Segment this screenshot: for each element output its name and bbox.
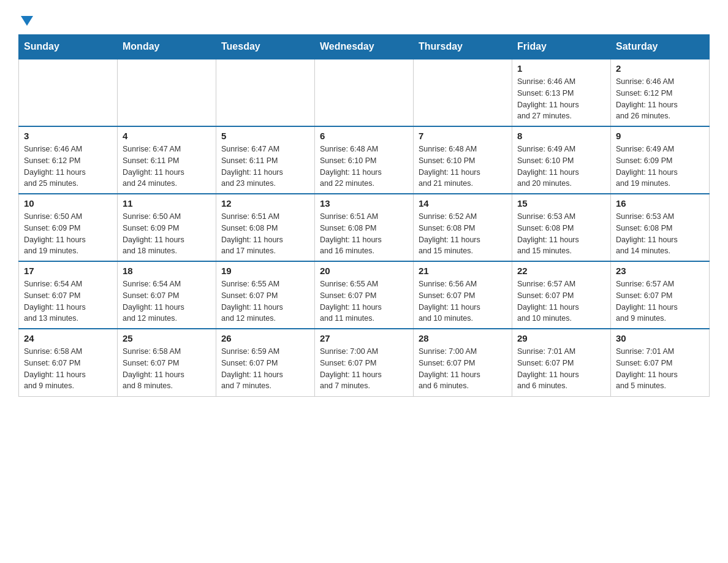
day-number: 6 <box>320 131 408 141</box>
day-number: 25 <box>123 333 211 343</box>
day-info: Sunrise: 6:58 AM Sunset: 6:07 PM Dayligh… <box>24 347 86 390</box>
day-info: Sunrise: 6:55 AM Sunset: 6:07 PM Dayligh… <box>221 280 283 323</box>
table-row: 19Sunrise: 6:55 AM Sunset: 6:07 PM Dayli… <box>216 261 315 329</box>
day-number: 5 <box>221 131 309 141</box>
day-info: Sunrise: 6:51 AM Sunset: 6:08 PM Dayligh… <box>320 212 382 255</box>
day-number: 20 <box>320 266 408 276</box>
calendar-week-row: 17Sunrise: 6:54 AM Sunset: 6:07 PM Dayli… <box>19 261 710 329</box>
day-number: 28 <box>419 333 507 343</box>
calendar-header-row: Sunday Monday Tuesday Wednesday Thursday… <box>19 35 710 59</box>
day-info: Sunrise: 6:54 AM Sunset: 6:07 PM Dayligh… <box>24 280 86 323</box>
day-info: Sunrise: 6:49 AM Sunset: 6:09 PM Dayligh… <box>616 145 678 188</box>
day-info: Sunrise: 6:53 AM Sunset: 6:08 PM Dayligh… <box>517 212 579 255</box>
day-number: 3 <box>24 131 112 141</box>
calendar-week-row: 1Sunrise: 6:46 AM Sunset: 6:13 PM Daylig… <box>19 59 710 126</box>
table-row: 14Sunrise: 6:52 AM Sunset: 6:08 PM Dayli… <box>414 194 512 261</box>
day-info: Sunrise: 6:57 AM Sunset: 6:07 PM Dayligh… <box>517 280 579 323</box>
day-number: 26 <box>221 333 309 343</box>
day-info: Sunrise: 7:00 AM Sunset: 6:07 PM Dayligh… <box>419 347 480 390</box>
table-row <box>414 59 512 126</box>
table-row <box>19 59 118 126</box>
day-info: Sunrise: 7:00 AM Sunset: 6:07 PM Dayligh… <box>320 347 382 390</box>
day-info: Sunrise: 6:46 AM Sunset: 6:12 PM Dayligh… <box>24 145 86 188</box>
day-info: Sunrise: 7:01 AM Sunset: 6:07 PM Dayligh… <box>517 347 579 390</box>
day-info: Sunrise: 6:57 AM Sunset: 6:07 PM Dayligh… <box>616 280 678 323</box>
day-number: 4 <box>123 131 211 141</box>
table-row: 30Sunrise: 7:01 AM Sunset: 6:07 PM Dayli… <box>611 329 710 396</box>
day-number: 15 <box>517 198 605 209</box>
day-number: 24 <box>24 333 112 343</box>
day-number: 18 <box>123 266 211 276</box>
day-info: Sunrise: 7:01 AM Sunset: 6:07 PM Dayligh… <box>616 347 678 390</box>
day-number: 21 <box>419 266 507 276</box>
day-info: Sunrise: 6:46 AM Sunset: 6:12 PM Dayligh… <box>616 77 678 120</box>
table-row: 16Sunrise: 6:53 AM Sunset: 6:08 PM Dayli… <box>611 194 710 261</box>
table-row: 20Sunrise: 6:55 AM Sunset: 6:07 PM Dayli… <box>315 261 414 329</box>
table-row: 28Sunrise: 7:00 AM Sunset: 6:07 PM Dayli… <box>414 329 512 396</box>
table-row: 29Sunrise: 7:01 AM Sunset: 6:07 PM Dayli… <box>512 329 611 396</box>
table-row: 2Sunrise: 6:46 AM Sunset: 6:12 PM Daylig… <box>611 59 710 126</box>
day-info: Sunrise: 6:50 AM Sunset: 6:09 PM Dayligh… <box>123 212 184 255</box>
table-row: 27Sunrise: 7:00 AM Sunset: 6:07 PM Dayli… <box>315 329 414 396</box>
table-row: 7Sunrise: 6:48 AM Sunset: 6:10 PM Daylig… <box>414 126 512 194</box>
table-row: 26Sunrise: 6:59 AM Sunset: 6:07 PM Dayli… <box>216 329 315 396</box>
day-number: 22 <box>517 266 605 276</box>
table-row: 12Sunrise: 6:51 AM Sunset: 6:08 PM Dayli… <box>216 194 315 261</box>
table-row: 3Sunrise: 6:46 AM Sunset: 6:12 PM Daylig… <box>19 126 118 194</box>
table-row: 9Sunrise: 6:49 AM Sunset: 6:09 PM Daylig… <box>611 126 710 194</box>
day-info: Sunrise: 6:56 AM Sunset: 6:07 PM Dayligh… <box>419 280 480 323</box>
day-info: Sunrise: 6:59 AM Sunset: 6:07 PM Dayligh… <box>221 347 283 390</box>
table-row: 13Sunrise: 6:51 AM Sunset: 6:08 PM Dayli… <box>315 194 414 261</box>
logo <box>18 12 33 26</box>
day-number: 13 <box>320 198 408 209</box>
table-row: 17Sunrise: 6:54 AM Sunset: 6:07 PM Dayli… <box>19 261 118 329</box>
day-info: Sunrise: 6:52 AM Sunset: 6:08 PM Dayligh… <box>419 212 480 255</box>
table-row: 25Sunrise: 6:58 AM Sunset: 6:07 PM Dayli… <box>118 329 216 396</box>
col-thursday: Thursday <box>414 35 512 59</box>
col-tuesday: Tuesday <box>216 35 315 59</box>
day-number: 23 <box>616 266 704 276</box>
day-number: 8 <box>517 131 605 141</box>
day-number: 29 <box>517 333 605 343</box>
logo-triangle-icon <box>21 16 33 28</box>
day-number: 19 <box>221 266 309 276</box>
day-number: 11 <box>123 198 211 209</box>
table-row: 18Sunrise: 6:54 AM Sunset: 6:07 PM Dayli… <box>118 261 216 329</box>
table-row: 24Sunrise: 6:58 AM Sunset: 6:07 PM Dayli… <box>19 329 118 396</box>
day-info: Sunrise: 6:58 AM Sunset: 6:07 PM Dayligh… <box>123 347 184 390</box>
table-row: 8Sunrise: 6:49 AM Sunset: 6:10 PM Daylig… <box>512 126 611 194</box>
table-row <box>216 59 315 126</box>
day-info: Sunrise: 6:48 AM Sunset: 6:10 PM Dayligh… <box>419 145 480 188</box>
page-header <box>18 12 710 26</box>
svg-marker-0 <box>21 16 33 26</box>
calendar-week-row: 3Sunrise: 6:46 AM Sunset: 6:12 PM Daylig… <box>19 126 710 194</box>
calendar-table: Sunday Monday Tuesday Wednesday Thursday… <box>18 34 710 397</box>
day-number: 30 <box>616 333 704 343</box>
table-row: 15Sunrise: 6:53 AM Sunset: 6:08 PM Dayli… <box>512 194 611 261</box>
day-info: Sunrise: 6:47 AM Sunset: 6:11 PM Dayligh… <box>221 145 283 188</box>
col-monday: Monday <box>118 35 216 59</box>
col-sunday: Sunday <box>19 35 118 59</box>
calendar-week-row: 10Sunrise: 6:50 AM Sunset: 6:09 PM Dayli… <box>19 194 710 261</box>
day-info: Sunrise: 6:55 AM Sunset: 6:07 PM Dayligh… <box>320 280 382 323</box>
day-info: Sunrise: 6:47 AM Sunset: 6:11 PM Dayligh… <box>123 145 184 188</box>
day-info: Sunrise: 6:54 AM Sunset: 6:07 PM Dayligh… <box>123 280 184 323</box>
day-number: 17 <box>24 266 112 276</box>
col-friday: Friday <box>512 35 611 59</box>
day-number: 7 <box>419 131 507 141</box>
day-number: 14 <box>419 198 507 209</box>
table-row <box>315 59 414 126</box>
table-row: 5Sunrise: 6:47 AM Sunset: 6:11 PM Daylig… <box>216 126 315 194</box>
day-number: 16 <box>616 198 704 209</box>
day-number: 27 <box>320 333 408 343</box>
table-row: 6Sunrise: 6:48 AM Sunset: 6:10 PM Daylig… <box>315 126 414 194</box>
day-number: 12 <box>221 198 309 209</box>
day-info: Sunrise: 6:51 AM Sunset: 6:08 PM Dayligh… <box>221 212 283 255</box>
day-info: Sunrise: 6:53 AM Sunset: 6:08 PM Dayligh… <box>616 212 678 255</box>
table-row <box>118 59 216 126</box>
day-number: 1 <box>517 63 605 74</box>
day-number: 10 <box>24 198 112 209</box>
table-row: 11Sunrise: 6:50 AM Sunset: 6:09 PM Dayli… <box>118 194 216 261</box>
day-info: Sunrise: 6:49 AM Sunset: 6:10 PM Dayligh… <box>517 145 579 188</box>
day-info: Sunrise: 6:48 AM Sunset: 6:10 PM Dayligh… <box>320 145 382 188</box>
